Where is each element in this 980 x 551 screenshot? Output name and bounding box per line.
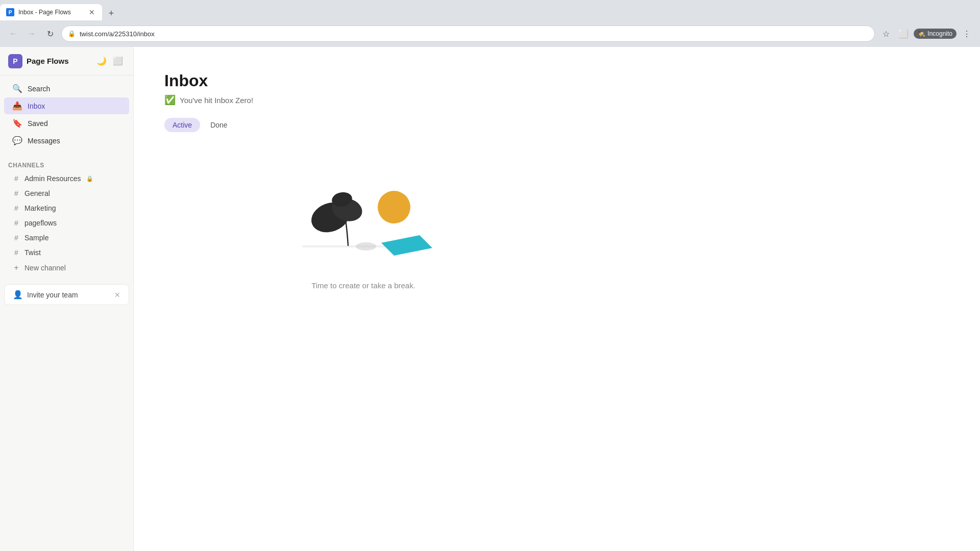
- channel-hash-icon: #: [12, 189, 20, 197]
- channel-hash-icon: #: [12, 174, 20, 183]
- menu-button[interactable]: ⋮: [960, 27, 974, 41]
- channel-hash-icon: #: [12, 204, 20, 212]
- inbox-title: Inbox: [164, 71, 562, 90]
- channel-hash-icon: #: [12, 248, 20, 257]
- bookmark-button[interactable]: ☆: [879, 27, 893, 41]
- messages-icon: 💬: [12, 136, 22, 145]
- channel-name: pageflows: [24, 219, 57, 227]
- saved-icon: 🔖: [12, 118, 22, 128]
- break-text: Time to create or take a break.: [311, 281, 415, 290]
- channel-name: General: [24, 189, 50, 197]
- lock-icon: 🔒: [68, 30, 76, 37]
- svg-marker-6: [381, 235, 432, 256]
- invite-icon: 👤: [13, 290, 23, 299]
- illustration-area: Time to create or take a break.: [164, 148, 562, 300]
- search-label: Search: [28, 85, 50, 93]
- back-button[interactable]: ←: [6, 27, 20, 41]
- channel-item-general[interactable]: # General: [4, 186, 129, 201]
- lock-icon: 🔒: [86, 176, 93, 182]
- channels-header: Channels: [0, 158, 133, 171]
- channel-hash-icon: #: [12, 219, 20, 227]
- sidebar-header-actions: 🌙 ⬜: [94, 54, 125, 68]
- theme-toggle-button[interactable]: 🌙: [94, 54, 109, 68]
- channel-hash-icon: #: [12, 234, 20, 242]
- tab-favicon: P: [6, 8, 14, 16]
- channel-item-sample[interactable]: # Sample: [4, 231, 129, 245]
- app-container: P Page Flows 🌙 ⬜ 🔍 Search 📥 Inbox 🔖 Save…: [0, 47, 980, 551]
- plus-icon: +: [12, 263, 20, 272]
- new-channel-label: New channel: [24, 264, 66, 272]
- incognito-icon: 🕵: [918, 30, 925, 37]
- tab-done[interactable]: Done: [202, 118, 235, 132]
- sidebar-item-search[interactable]: 🔍 Search: [4, 80, 129, 97]
- inbox-container: Inbox ✅ You've hit Inbox Zero! Active Do…: [134, 47, 593, 324]
- inbox-icon: 📥: [12, 101, 22, 111]
- toolbar-actions: ☆ ⬜ 🕵 Incognito ⋮: [879, 27, 974, 41]
- channel-name: Marketing: [24, 204, 56, 212]
- layout-toggle-button[interactable]: ⬜: [111, 54, 125, 68]
- channels-section: Channels # Admin Resources 🔒 # General #…: [0, 154, 133, 280]
- inbox-tabs: Active Done: [164, 118, 562, 132]
- sidebar: P Page Flows 🌙 ⬜ 🔍 Search 📥 Inbox 🔖 Save…: [0, 47, 134, 551]
- reload-button[interactable]: ↻: [43, 27, 57, 41]
- forward-button[interactable]: →: [24, 27, 39, 41]
- channel-item-admin-resources[interactable]: # Admin Resources 🔒: [4, 171, 129, 186]
- sidebar-nav: 🔍 Search 📥 Inbox 🔖 Saved 💬 Messages: [0, 76, 133, 154]
- address-bar[interactable]: 🔒 twist.com/a/225310/inbox: [61, 26, 875, 42]
- saved-label: Saved: [28, 119, 48, 128]
- channel-name: Admin Resources: [24, 174, 81, 183]
- inbox-zero-illustration: [272, 159, 455, 261]
- workspace-icon: P: [8, 54, 22, 68]
- invite-close-button[interactable]: ✕: [114, 291, 120, 299]
- incognito-label: Incognito: [927, 30, 952, 37]
- new-tab-button[interactable]: +: [104, 6, 118, 20]
- invite-text: Invite your team: [27, 291, 110, 299]
- browser-toolbar: ← → ↻ 🔒 twist.com/a/225310/inbox ☆ ⬜ 🕵 I…: [0, 20, 980, 47]
- sidebar-item-messages[interactable]: 💬 Messages: [4, 132, 129, 149]
- search-icon: 🔍: [12, 84, 22, 93]
- channel-name: Sample: [24, 234, 48, 242]
- new-channel-button[interactable]: + New channel: [4, 260, 129, 276]
- invite-team-banner[interactable]: 👤 Invite your team ✕: [4, 284, 129, 305]
- url-text: twist.com/a/225310/inbox: [80, 30, 868, 38]
- inbox-zero-text: You've hit Inbox Zero!: [180, 96, 253, 105]
- messages-label: Messages: [28, 137, 60, 145]
- channel-item-pageflows[interactable]: # pageflows: [4, 216, 129, 230]
- channel-item-twist[interactable]: # Twist: [4, 245, 129, 260]
- channel-item-marketing[interactable]: # Marketing: [4, 201, 129, 215]
- sidebar-item-inbox[interactable]: 📥 Inbox: [4, 97, 129, 114]
- svg-point-4: [356, 242, 376, 251]
- tab-bar: P Inbox - Page Flows ✕ +: [0, 0, 980, 20]
- svg-point-5: [378, 191, 410, 223]
- workspace-name: Page Flows: [27, 57, 90, 65]
- sidebar-item-saved[interactable]: 🔖 Saved: [4, 115, 129, 132]
- channel-name: Twist: [24, 248, 41, 257]
- check-circle-icon: ✅: [164, 94, 176, 106]
- inbox-label: Inbox: [28, 102, 45, 110]
- sidebar-header: P Page Flows 🌙 ⬜: [0, 47, 133, 76]
- cast-button[interactable]: ⬜: [896, 27, 911, 41]
- main-content: Inbox ✅ You've hit Inbox Zero! Active Do…: [134, 47, 980, 551]
- tab-title: Inbox - Page Flows: [18, 9, 84, 16]
- tab-close-button[interactable]: ✕: [88, 8, 96, 16]
- incognito-badge: 🕵 Incognito: [914, 29, 957, 39]
- inbox-zero-message: ✅ You've hit Inbox Zero!: [164, 94, 562, 106]
- browser-chrome: P Inbox - Page Flows ✕ + ← → ↻ 🔒 twist.c…: [0, 0, 980, 47]
- active-tab[interactable]: P Inbox - Page Flows ✕: [0, 4, 102, 20]
- tab-active[interactable]: Active: [164, 118, 200, 132]
